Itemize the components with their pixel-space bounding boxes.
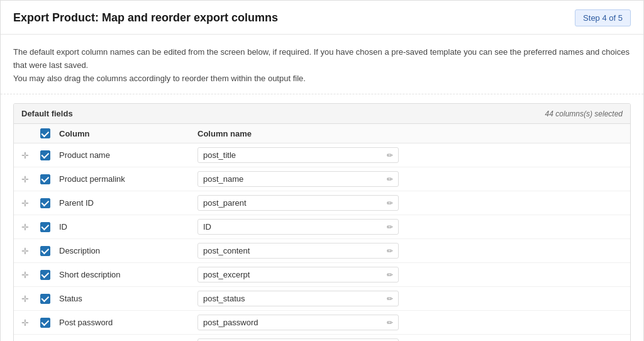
row-column-name-input-wrapper[interactable]: ✏ xyxy=(197,219,399,235)
table-row: ✛ Product permalink ✏ xyxy=(14,167,630,191)
row-column-name-input[interactable] xyxy=(203,198,383,208)
table-row: ✛ Menu order ✏ xyxy=(14,335,630,341)
drag-handle-icon[interactable]: ✛ xyxy=(21,222,40,232)
columns-selected-count: 44 columns(s) selected xyxy=(545,109,623,118)
row-column-name-input[interactable] xyxy=(203,318,383,327)
row-column-name-input-wrapper[interactable]: ✏ xyxy=(197,171,399,187)
edit-icon[interactable]: ✏ xyxy=(387,175,393,184)
row-column-name-input-wrapper[interactable]: ✏ xyxy=(197,195,399,211)
drag-handle-icon[interactable]: ✛ xyxy=(21,294,40,304)
row-checkbox[interactable] xyxy=(40,246,50,256)
drag-handle-icon[interactable]: ✛ xyxy=(21,150,40,160)
row-column-name-input-wrapper[interactable]: ✏ xyxy=(197,243,399,259)
row-checkbox[interactable] xyxy=(40,270,50,280)
row-column-label: Product permalink xyxy=(59,174,197,184)
edit-icon[interactable]: ✏ xyxy=(387,294,393,303)
columns-table: Default fields 44 columns(s) selected Co… xyxy=(13,103,631,341)
row-column-name-input[interactable] xyxy=(203,150,383,160)
step-badge: Step 4 of 5 xyxy=(575,9,631,26)
table-rows-container: ✛ Product name ✏ ✛ Product permalink ✏ ✛… xyxy=(14,143,630,341)
drag-handle-icon[interactable]: ✛ xyxy=(21,246,40,256)
row-column-label: Post password xyxy=(59,318,197,327)
row-checkbox[interactable] xyxy=(40,318,50,328)
row-checkbox[interactable] xyxy=(40,294,50,304)
table-row: ✛ ID ✏ xyxy=(14,215,630,239)
row-column-name-input[interactable] xyxy=(203,270,383,279)
edit-icon[interactable]: ✏ xyxy=(387,247,393,255)
row-column-label: Description xyxy=(59,246,197,255)
page-description: The default export column names can be e… xyxy=(1,35,643,94)
row-column-name-input[interactable] xyxy=(203,246,383,255)
table-row: ✛ Status ✏ xyxy=(14,287,630,311)
select-all-checkbox[interactable] xyxy=(40,128,59,138)
column-header-column-name: Column name xyxy=(197,129,623,138)
row-column-name-input-wrapper[interactable]: ✏ xyxy=(197,315,399,330)
row-column-name-input-wrapper[interactable]: ✏ xyxy=(197,338,399,341)
section-label: Default fields xyxy=(21,109,73,118)
checkbox-all-icon[interactable] xyxy=(40,128,50,138)
row-column-name-input-wrapper[interactable]: ✏ xyxy=(197,147,399,163)
column-header-row: Column Column name xyxy=(14,124,630,143)
table-row: ✛ Short description ✏ xyxy=(14,263,630,287)
table-section-header: Default fields 44 columns(s) selected xyxy=(14,104,630,124)
row-checkbox[interactable] xyxy=(40,222,50,232)
drag-handle-icon[interactable]: ✛ xyxy=(21,198,40,208)
row-column-name-input-wrapper[interactable]: ✏ xyxy=(197,291,399,306)
row-column-name-input[interactable] xyxy=(203,294,383,303)
drag-handle-icon[interactable]: ✛ xyxy=(21,174,40,184)
edit-icon[interactable]: ✏ xyxy=(387,151,393,160)
drag-handle-icon[interactable]: ✛ xyxy=(21,270,40,280)
page-header: Export Product: Map and reorder export c… xyxy=(1,1,643,35)
description-line1: The default export column names can be e… xyxy=(13,46,631,72)
row-checkbox[interactable] xyxy=(40,198,50,208)
row-column-label: Product name xyxy=(59,150,197,160)
row-checkbox[interactable] xyxy=(40,150,50,160)
row-column-label: ID xyxy=(59,222,197,232)
description-line2: You may also drag the columns accordingl… xyxy=(13,72,631,86)
row-column-label: Parent ID xyxy=(59,198,197,208)
edit-icon[interactable]: ✏ xyxy=(387,271,393,279)
column-header-column: Column xyxy=(59,129,197,138)
row-column-name-input-wrapper[interactable]: ✏ xyxy=(197,267,399,282)
drag-handle-icon[interactable]: ✛ xyxy=(21,318,40,328)
table-row: ✛ Parent ID ✏ xyxy=(14,191,630,215)
edit-icon[interactable]: ✏ xyxy=(387,223,393,232)
row-column-name-input[interactable] xyxy=(203,174,383,184)
table-row: ✛ Product name ✏ xyxy=(14,143,630,167)
edit-icon[interactable]: ✏ xyxy=(387,199,393,208)
edit-icon[interactable]: ✏ xyxy=(387,318,393,327)
row-column-name-input[interactable] xyxy=(203,222,383,232)
table-row: ✛ Description ✏ xyxy=(14,239,630,263)
row-checkbox[interactable] xyxy=(40,174,50,184)
page-title: Export Product: Map and reorder export c… xyxy=(13,11,278,25)
page-wrapper: Export Product: Map and reorder export c… xyxy=(0,0,644,341)
row-column-label: Status xyxy=(59,294,197,303)
main-content: Default fields 44 columns(s) selected Co… xyxy=(1,103,643,341)
table-row: ✛ Post password ✏ xyxy=(14,311,630,335)
row-column-label: Short description xyxy=(59,270,197,279)
